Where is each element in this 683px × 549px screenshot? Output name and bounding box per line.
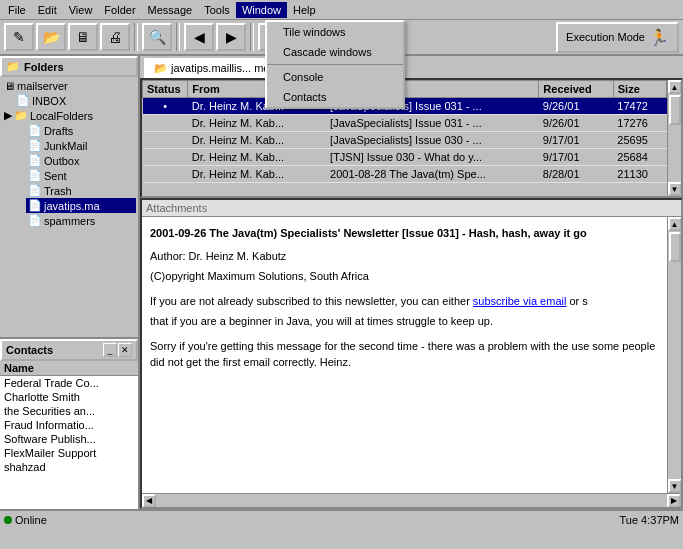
message-row-3[interactable]: Dr. Heinz M. Kab... [TJSN] Issue 030 - W… xyxy=(143,149,667,166)
menu-help[interactable]: Help xyxy=(287,2,322,18)
toolbar-folder-btn[interactable]: 📂 xyxy=(36,23,66,51)
statusbar: Online Tue 4:37PM xyxy=(0,509,683,529)
contacts-name-header: Name xyxy=(0,361,138,376)
body-scroll-up-btn[interactable]: ▲ xyxy=(668,217,682,231)
col-received[interactable]: Received xyxy=(539,81,613,98)
folder-trash[interactable]: 📄 Trash xyxy=(26,183,136,198)
message-tabs: 📂 javatips.maillis... messages xyxy=(140,56,683,78)
contacts-panel: Contacts _ ✕ Name Federal Trade Co... Ch… xyxy=(0,339,138,509)
msg-size-4: 21130 xyxy=(613,166,666,183)
msg-size-0: 17472 xyxy=(613,98,666,115)
toolbar-search-btn[interactable]: 🔍 xyxy=(142,23,172,51)
localfolders-icon: ▶ xyxy=(4,109,12,122)
contacts-header: Contacts _ ✕ xyxy=(0,339,138,361)
menu-tile-windows[interactable]: Tile windows xyxy=(267,22,403,42)
scroll-thumb[interactable] xyxy=(669,95,681,125)
message-list-scrollbar[interactable]: ▲ ▼ xyxy=(667,80,681,196)
msg-received-3: 9/17/01 xyxy=(539,149,613,166)
folder-outbox[interactable]: 📄 Outbox xyxy=(26,153,136,168)
menu-file[interactable]: File xyxy=(2,2,32,18)
folder-javatips[interactable]: 📄 javatips.ma xyxy=(26,198,136,213)
menu-edit[interactable]: Edit xyxy=(32,2,63,18)
contact-item-3[interactable]: Fraud Informatio... xyxy=(0,418,138,432)
menu-cascade-windows[interactable]: Cascade windows xyxy=(267,42,403,62)
folder-spammers-label: spammers xyxy=(44,215,95,227)
h-scroll-right-btn[interactable]: ▶ xyxy=(667,494,681,508)
msg-received-2: 9/17/01 xyxy=(539,132,613,149)
msg-status-2 xyxy=(143,132,188,149)
message-row-4[interactable]: Dr. Heinz M. Kab... 2001-08-28 The Java(… xyxy=(143,166,667,183)
mailserver-icon: 🖥 xyxy=(4,80,15,92)
menu-contacts-item[interactable]: Contacts xyxy=(267,87,403,107)
folder-trash-label: Trash xyxy=(44,185,72,197)
msg-subject-1: [JavaSpecialists] Issue 031 - ... xyxy=(326,115,539,132)
inbox-icon: 📄 xyxy=(16,94,30,107)
toolbar-sep2 xyxy=(176,23,180,51)
message-sorry-text: Sorry if you're getting this message for… xyxy=(150,338,659,371)
menu-message[interactable]: Message xyxy=(142,2,199,18)
contacts-close-btn[interactable]: ✕ xyxy=(118,343,132,357)
folder-mailserver-label: mailserver xyxy=(17,80,68,92)
folder-localfolders[interactable]: ▶ 📁 LocalFolders xyxy=(2,108,136,123)
folder-junkmail-label: JunkMail xyxy=(44,140,87,152)
menu-window[interactable]: Window xyxy=(236,2,287,18)
toolbar-screen-btn[interactable]: 🖥 xyxy=(68,23,98,51)
msg-status-3 xyxy=(143,149,188,166)
msg-subject-4: 2001-08-28 The Java(tm) Spe... xyxy=(326,166,539,183)
message-subject: 2001-09-26 The Java(tm) Specialists' New… xyxy=(150,225,659,242)
trash-icon: 📄 xyxy=(28,184,42,197)
msg-from-2: Dr. Heinz M. Kab... xyxy=(188,132,326,149)
toolbar-print-btn[interactable]: 🖨 xyxy=(100,23,130,51)
scroll-down-btn[interactable]: ▼ xyxy=(668,182,682,196)
menu-console[interactable]: Console xyxy=(267,67,403,87)
h-scroll-left-btn[interactable]: ◀ xyxy=(142,494,156,508)
subscribe-link[interactable]: subscribe via email xyxy=(473,295,567,307)
col-size[interactable]: Size xyxy=(613,81,666,98)
folders-icon: 📁 xyxy=(6,60,20,73)
contacts-minimize-btn[interactable]: _ xyxy=(103,343,117,357)
msg-subject-2: [JavaSpecialists] Issue 030 - ... xyxy=(326,132,539,149)
horizontal-scrollbar[interactable]: ◀ ▶ xyxy=(142,493,681,507)
toolbar-compose-btn[interactable]: ✎ xyxy=(4,23,34,51)
contact-item-2[interactable]: the Securities an... xyxy=(0,404,138,418)
msg-size-1: 17276 xyxy=(613,115,666,132)
folder-sent-label: Sent xyxy=(44,170,67,182)
msg-received-4: 8/28/01 xyxy=(539,166,613,183)
right-panel: 📂 javatips.maillis... messages Status Fr… xyxy=(140,56,683,509)
toolbar-forward-btn[interactable]: ▶ xyxy=(216,23,246,51)
folder-spammers[interactable]: 📄 spammers xyxy=(26,213,136,228)
message-body-scrollbar[interactable]: ▲ ▼ xyxy=(667,217,681,493)
menu-folder[interactable]: Folder xyxy=(98,2,141,18)
outbox-icon: 📄 xyxy=(28,154,42,167)
toolbar-back-btn[interactable]: ◀ xyxy=(184,23,214,51)
folder-inbox-label: INBOX xyxy=(32,95,66,107)
msg-status-1 xyxy=(143,115,188,132)
folder-drafts-label: Drafts xyxy=(44,125,73,137)
folder-sent[interactable]: 📄 Sent xyxy=(26,168,136,183)
folder-mailserver[interactable]: 🖥 mailserver xyxy=(2,79,136,93)
menu-view[interactable]: View xyxy=(63,2,99,18)
spammers-icon: 📄 xyxy=(28,214,42,227)
folder-drafts[interactable]: 📄 Drafts xyxy=(26,123,136,138)
folder-junkmail[interactable]: 📄 JunkMail xyxy=(26,138,136,153)
execution-mode-icon: 🏃 xyxy=(649,28,669,47)
folder-outbox-label: Outbox xyxy=(44,155,79,167)
contact-item-0[interactable]: Federal Trade Co... xyxy=(0,376,138,390)
folder-tree: 🖥 mailserver 📄 INBOX ▶ 📁 LocalFolders 📄 … xyxy=(0,77,138,336)
scroll-up-btn[interactable]: ▲ xyxy=(668,80,682,94)
menu-tools[interactable]: Tools xyxy=(198,2,236,18)
contact-item-1[interactable]: Charlotte Smith xyxy=(0,390,138,404)
body-scroll-down-btn[interactable]: ▼ xyxy=(668,479,682,493)
attachments-label: Attachments xyxy=(146,202,207,214)
toolbar-sep3 xyxy=(250,23,254,51)
message-row-1[interactable]: Dr. Heinz M. Kab... [JavaSpecialists] Is… xyxy=(143,115,667,132)
folder-inbox[interactable]: 📄 INBOX xyxy=(14,93,136,108)
contact-item-5[interactable]: FlexMailer Support xyxy=(0,446,138,460)
body-scroll-thumb[interactable] xyxy=(669,232,681,262)
message-body: 2001-09-26 The Java(tm) Specialists' New… xyxy=(142,217,667,493)
contact-item-4[interactable]: Software Publish... xyxy=(0,432,138,446)
contact-item-6[interactable]: shahzad xyxy=(0,460,138,474)
execution-mode-button[interactable]: Execution Mode 🏃 xyxy=(556,22,679,53)
message-row-2[interactable]: Dr. Heinz M. Kab... [JavaSpecialists] Is… xyxy=(143,132,667,149)
col-status[interactable]: Status xyxy=(143,81,188,98)
